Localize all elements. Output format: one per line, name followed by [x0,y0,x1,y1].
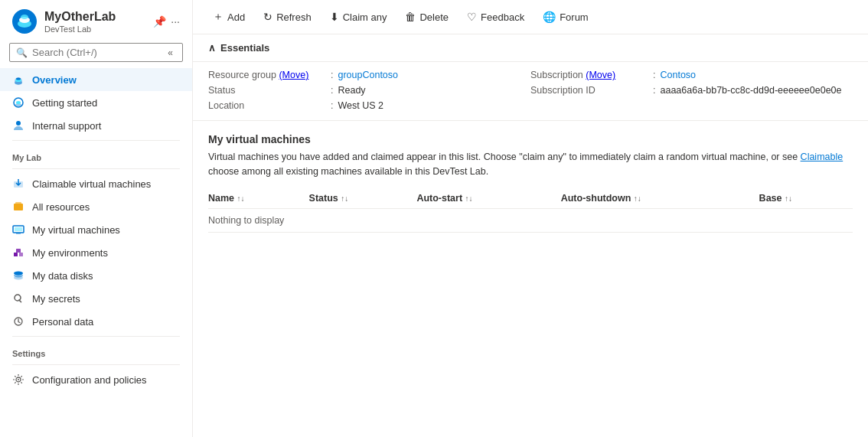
subscription-id-sep: : [653,85,655,96]
delete-icon: 🗑 [405,11,416,23]
svg-point-23 [14,272,23,276]
table-row-empty: Nothing to display [208,208,853,232]
my-lab-divider [12,140,180,141]
sidebar-subtitle: DevTest Lab [44,24,145,34]
internal-support-icon [12,119,24,132]
sidebar-item-claimable-vms[interactable]: Claimable virtual machines [0,172,192,195]
pin-icon[interactable]: 📌 [153,15,166,28]
sidebar-item-my-secrets[interactable]: My secrets [0,287,192,310]
essentials-row-status: Status : Ready [208,85,530,96]
sidebar-item-config-policies[interactable]: Configuration and policies [0,368,192,391]
delete-label: Delete [419,11,449,23]
sidebar-item-all-resources[interactable]: All resources [0,195,192,218]
config-policies-label: Configuration and policies [32,374,147,386]
col-name[interactable]: Name ↑↓ [208,188,309,209]
vm-table: Name ↑↓ Status ↑↓ Auto-start ↑↓ Auto-shu… [208,188,853,233]
vm-table-header: Name ↑↓ Status ↑↓ Auto-start ↑↓ Auto-shu… [208,188,853,209]
status-sort-icon[interactable]: ↑↓ [341,194,348,203]
claim-any-button[interactable]: ⬇ Claim any [322,7,395,27]
feedback-button[interactable]: ♡ Feedback [459,7,532,27]
auto-start-sort-icon[interactable]: ↑↓ [465,194,473,203]
sidebar-item-my-data-disks[interactable]: My data disks [0,264,192,287]
location-val: West US 2 [338,100,383,111]
svg-rect-19 [19,253,23,256]
svg-point-24 [15,295,21,301]
col-auto-start[interactable]: Auto-start ↑↓ [416,188,560,209]
subscription-val: Contoso [660,70,696,80]
name-sort-icon[interactable]: ↑↓ [237,194,245,203]
more-icon[interactable]: ··· [171,15,180,28]
col-base[interactable]: Base ↑↓ [759,188,853,209]
col-name-label: Name [208,193,237,204]
sidebar-item-personal-data[interactable]: Personal data [0,310,192,333]
svg-point-10 [16,101,21,104]
forum-label: Forum [560,11,589,23]
claimable-link[interactable]: Claimable [801,152,844,162]
col-status-label: Status [309,193,341,204]
vm-section-desc: Virtual machines you have added and clai… [208,150,853,179]
claimable-vms-label: Claimable virtual machines [32,178,151,190]
content-area: ∧ Essentials Resource group (Move) : gro… [193,34,868,437]
search-input[interactable] [32,47,160,58]
refresh-button[interactable]: ↻ Refresh [256,7,319,27]
vm-desc-text1: Virtual machines you have added and clai… [208,152,801,162]
sidebar-item-overview[interactable]: Overview [0,68,192,91]
sidebar-item-internal-support[interactable]: Internal support [0,114,192,137]
sidebar-item-getting-started[interactable]: Getting started [0,91,192,114]
essentials-row-subscription: Subscription (Move) : Contoso [530,70,853,80]
subscription-link[interactable]: Contoso [660,70,696,80]
claim-any-label: Claim any [343,11,387,23]
my-lab-section-label: My Lab [0,144,192,165]
sidebar-header-icons: 📌 ··· [153,15,180,28]
essentials-header[interactable]: ∧ Essentials [193,34,868,62]
devtest-logo-icon [12,9,37,34]
location-sep: : [331,100,333,111]
forum-icon: 🌐 [543,11,556,23]
sidebar-item-my-environments[interactable]: My environments [0,241,192,264]
location-key: Location [208,100,331,111]
personal-data-icon [12,315,24,328]
add-icon: ＋ [213,10,224,24]
svg-rect-13 [14,204,23,210]
my-secrets-label: My secrets [32,293,80,305]
collapse-button[interactable]: « [165,47,176,58]
getting-started-icon [12,96,24,109]
add-button[interactable]: ＋ Add [205,6,253,28]
subscription-move-link[interactable]: (Move) [586,70,615,80]
resource-group-sep: : [331,70,333,80]
svg-rect-17 [15,227,22,231]
col-auto-start-label: Auto-start [416,193,465,204]
sidebar-item-my-vms[interactable]: My virtual machines [0,218,192,241]
col-auto-shutdown[interactable]: Auto-shutdown ↑↓ [561,188,759,209]
overview-label: Overview [32,74,77,86]
col-status[interactable]: Status ↑↓ [309,188,417,209]
sidebar-header: MyOtherLab DevTest Lab 📌 ··· [0,0,192,40]
svg-rect-16 [16,233,21,234]
svg-rect-14 [15,202,21,204]
config-policies-icon [12,373,24,386]
auto-shutdown-sort-icon[interactable]: ↑↓ [634,194,641,203]
toolbar: ＋ Add ↻ Refresh ⬇ Claim any 🗑 Delete ♡ F… [193,0,868,34]
col-auto-shutdown-label: Auto-shutdown [561,193,634,204]
settings-divider2 [12,364,180,365]
svg-point-7 [16,78,21,80]
resource-group-val: groupContoso [338,70,398,80]
my-environments-icon [12,246,24,259]
vm-table-body: Nothing to display [208,208,853,232]
search-box[interactable]: 🔍 « [9,43,183,62]
base-sort-icon[interactable]: ↑↓ [785,194,792,203]
empty-message: Nothing to display [208,208,853,232]
forum-button[interactable]: 🌐 Forum [535,7,596,27]
refresh-icon: ↻ [263,11,272,23]
svg-point-3 [21,15,28,19]
resource-group-move-link[interactable]: (Move) [279,70,308,80]
claim-any-icon: ⬇ [330,11,339,23]
resource-group-link[interactable]: groupContoso [338,70,398,80]
getting-started-label: Getting started [32,97,97,109]
internal-support-label: Internal support [32,120,101,132]
subscription-sep: : [653,70,655,80]
status-key: Status [208,85,331,96]
essentials-row-location: Location : West US 2 [208,100,530,111]
delete-button[interactable]: 🗑 Delete [397,7,456,27]
essentials-grid: Resource group (Move) : groupContoso Sta… [193,62,868,121]
